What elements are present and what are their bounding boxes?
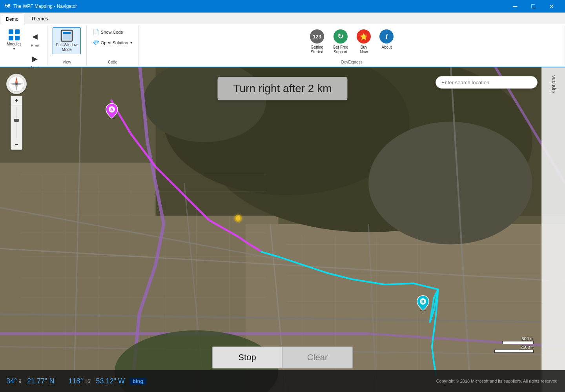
map-buttons: Stop Clear xyxy=(212,347,353,368)
getfreesupport-label: Get FreeSupport xyxy=(333,45,348,54)
buynow-label: BuyNow xyxy=(360,45,368,54)
svg-text:B: B xyxy=(421,299,425,304)
maximize-button[interactable]: □ xyxy=(524,0,542,13)
lat-degrees: 34° xyxy=(6,377,17,385)
ribbon-group-navigation: Modules ▼ ◀ Prev ▶ Next Navigation xyxy=(0,26,47,65)
marker-b[interactable]: B xyxy=(416,295,430,314)
svg-point-60 xyxy=(15,83,18,85)
ribbon-group-view: Full-WindowMode View xyxy=(47,26,87,65)
lon-minutes: 16' xyxy=(85,378,91,384)
zoom-in-button[interactable]: + xyxy=(11,96,22,105)
code-group-label: Code xyxy=(90,59,136,65)
scale-metric: 500 m xyxy=(502,336,534,344)
prev-label: Prev xyxy=(31,44,39,48)
marker-a[interactable]: A xyxy=(105,103,118,122)
lon-seconds: 53.12" W xyxy=(96,377,125,385)
buynow-icon: ⭐ xyxy=(357,29,371,44)
scale-bar: 500 m 2500 ft xyxy=(494,336,534,353)
gettingstarted-label: GettingStarted xyxy=(311,45,323,54)
fullwindow-icon xyxy=(60,29,73,42)
devex-group-label: DevExpress xyxy=(142,59,561,65)
zoom-handle xyxy=(14,119,19,122)
lat-seconds: 21.77" N xyxy=(27,377,54,385)
ribbon-group-devexpress: 123 GettingStarted ↻ Get FreeSupport ⭐ B… xyxy=(139,26,565,65)
map-container[interactable]: A B N xyxy=(0,67,565,392)
close-button[interactable]: ✕ xyxy=(542,0,560,13)
fullwindow-label: Full-WindowMode xyxy=(56,43,78,52)
navigation-panel: N + − xyxy=(6,74,27,150)
svg-rect-3 xyxy=(15,36,20,40)
lon-degrees: 118° xyxy=(68,377,83,385)
lat-minutes: 9' xyxy=(18,378,22,384)
options-label[interactable]: Options xyxy=(550,75,556,93)
instruction-banner: Turn right after 2 km xyxy=(217,77,347,100)
ribbon-group-code: 📄 Show Code 💎 Open Solution ▼ Code xyxy=(87,26,139,65)
zoom-out-button[interactable]: − xyxy=(11,140,22,149)
prev-icon: ◀ xyxy=(29,30,41,43)
devex-group-content: 123 GettingStarted ↻ Get FreeSupport ⭐ B… xyxy=(142,26,561,59)
zoom-control: + − xyxy=(11,96,22,150)
current-position-marker xyxy=(235,215,242,222)
search-input[interactable] xyxy=(436,76,538,89)
app-icon: 🗺 xyxy=(5,3,10,9)
opensolution-dropdown: ▼ xyxy=(130,41,133,45)
about-icon: i xyxy=(379,29,394,44)
compass[interactable]: N xyxy=(6,74,27,94)
svg-rect-2 xyxy=(9,36,13,40)
showcode-icon: 📄 xyxy=(93,29,99,35)
svg-text:N: N xyxy=(15,78,17,81)
showcode-label: Show Code xyxy=(101,30,123,34)
modules-dropdown-icon: ▼ xyxy=(13,47,16,51)
copyright-text: Copyright © 2018 Microsoft and its suppl… xyxy=(436,379,559,383)
prev-button[interactable]: ◀ Prev xyxy=(26,28,44,50)
main-area: A B N xyxy=(0,67,565,392)
nav-group-content: Modules ▼ ◀ Prev ▶ Next xyxy=(3,26,44,72)
modules-icon xyxy=(8,29,20,41)
opensolution-button[interactable]: 💎 Open Solution ▼ xyxy=(90,38,136,47)
gettingstarted-button[interactable]: 123 GettingStarted xyxy=(307,27,327,56)
svg-rect-0 xyxy=(9,29,13,34)
minimize-button[interactable]: ─ xyxy=(506,0,524,13)
svg-text:A: A xyxy=(110,107,113,112)
scale-imperial-label: 2500 ft xyxy=(520,345,534,350)
modules-label: Modules xyxy=(7,42,22,46)
svg-point-13 xyxy=(368,122,532,245)
svg-rect-1 xyxy=(15,29,20,34)
search-box xyxy=(436,76,538,89)
tab-themes[interactable]: Themes xyxy=(25,13,54,24)
svg-rect-6 xyxy=(63,32,71,34)
scale-imperial-ruler xyxy=(494,350,534,353)
title-bar-left: 🗺 The WPF Mapping - Navigator xyxy=(5,3,77,9)
fullwindow-button[interactable]: Full-WindowMode xyxy=(53,27,81,54)
showcode-button[interactable]: 📄 Show Code xyxy=(90,27,126,37)
tab-demo[interactable]: Demo xyxy=(0,14,24,24)
opensolution-label: Open Solution xyxy=(101,40,128,45)
view-group-content: Full-WindowMode xyxy=(51,26,83,59)
scale-imperial: 2500 ft xyxy=(494,345,534,353)
about-label: About xyxy=(381,45,392,49)
next-icon: ▶ xyxy=(29,53,41,65)
title-bar: 🗺 The WPF Mapping - Navigator ─ □ ✕ xyxy=(0,0,565,13)
coordinates-bar: 34° 9' 21.77" N 118° 16' 53.12" W bing C… xyxy=(0,370,565,392)
opensolution-icon: 💎 xyxy=(93,40,99,46)
ribbon: Modules ▼ ◀ Prev ▶ Next Navigation xyxy=(0,24,565,67)
view-group-label: View xyxy=(51,59,83,65)
modules-button[interactable]: Modules ▼ xyxy=(3,27,25,52)
zoom-slider[interactable] xyxy=(16,107,17,138)
buynow-button[interactable]: ⭐ BuyNow xyxy=(354,27,374,56)
app-title: The WPF Mapping - Navigator xyxy=(13,4,77,9)
clear-button[interactable]: Clear xyxy=(282,347,353,368)
options-panel[interactable]: Options xyxy=(541,67,565,392)
scale-metric-ruler xyxy=(502,341,534,344)
getfreesupport-button[interactable]: ↻ Get FreeSupport xyxy=(330,27,351,56)
code-group-content: 📄 Show Code 💎 Open Solution ▼ xyxy=(90,26,136,59)
window-controls: ─ □ ✕ xyxy=(506,0,560,13)
about-button[interactable]: i About xyxy=(377,27,396,51)
stop-button[interactable]: Stop xyxy=(212,347,282,368)
map-background xyxy=(0,67,565,392)
bing-logo: bing xyxy=(129,377,146,385)
scale-metric-label: 500 m xyxy=(521,336,534,341)
getfreesupport-icon: ↻ xyxy=(334,29,348,44)
gettingstarted-icon: 123 xyxy=(310,29,324,44)
ribbon-tabs: Demo Themes xyxy=(0,13,565,24)
